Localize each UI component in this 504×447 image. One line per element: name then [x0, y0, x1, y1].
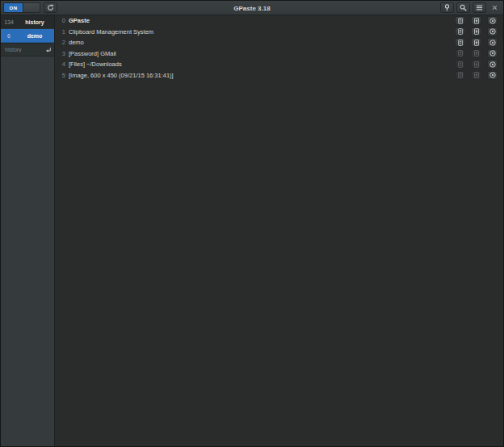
upload-button[interactable] [471, 49, 481, 58]
item-index: 0 [56, 17, 65, 24]
pin-button[interactable] [440, 2, 454, 13]
list-item[interactable]: 1 Clipboard Management System [56, 27, 503, 38]
delete-button[interactable] [487, 27, 498, 36]
history-sidebar: 134 history 6 demo [1, 15, 55, 446]
history-row[interactable]: 134 history [1, 15, 54, 29]
list-item[interactable]: 4 [Files] ~/Downloads [56, 59, 503, 70]
refresh-icon [47, 4, 54, 11]
refresh-button[interactable] [44, 2, 57, 13]
upload-button[interactable] [471, 60, 481, 69]
delete-button[interactable] [487, 71, 498, 80]
list-item[interactable]: 2 demo [56, 37, 503, 48]
item-text: [Files] ~/Downloads [69, 61, 455, 68]
clipboard-item-list: 0 GPaste [56, 15, 503, 446]
upload-button[interactable] [471, 71, 481, 80]
upload-icon [473, 61, 480, 68]
list-item[interactable]: 3 [Password] GMail [56, 48, 503, 60]
item-text: GPaste [69, 17, 455, 24]
history-name: demo [17, 33, 54, 39]
upload-button[interactable] [471, 27, 481, 36]
delete-icon [489, 50, 496, 56]
edit-button[interactable] [455, 60, 465, 69]
edit-icon [457, 61, 464, 68]
delete-icon [489, 61, 496, 68]
delete-icon [489, 28, 496, 35]
item-text: demo [69, 39, 455, 46]
menu-icon [476, 4, 483, 11]
history-count: 6 [1, 33, 17, 39]
history-count: 134 [1, 19, 17, 25]
edit-button[interactable] [455, 71, 465, 80]
close-icon [492, 5, 498, 10]
delete-button[interactable] [487, 60, 498, 69]
menu-button[interactable] [472, 2, 486, 13]
upload-icon [473, 50, 480, 56]
gpaste-window: GPaste 3.18 ON [0, 0, 504, 447]
edit-button[interactable] [455, 38, 465, 47]
item-index: 3 [56, 50, 65, 57]
item-text: [Password] GMail [69, 50, 455, 57]
delete-icon [489, 18, 496, 24]
edit-icon [457, 18, 464, 24]
enter-icon [43, 47, 54, 53]
delete-button[interactable] [487, 49, 498, 58]
upload-icon [473, 28, 480, 35]
delete-icon [489, 72, 496, 78]
close-button[interactable] [489, 2, 500, 13]
history-name: history [17, 19, 54, 25]
history-list: 134 history 6 demo [1, 15, 54, 43]
switch-knob[interactable] [23, 3, 40, 12]
edit-icon [457, 40, 464, 46]
upload-button[interactable] [471, 16, 481, 25]
upload-icon [473, 40, 480, 46]
new-history-input[interactable] [1, 47, 43, 52]
delete-button[interactable] [487, 16, 498, 25]
item-index: 5 [56, 72, 65, 79]
item-index: 1 [56, 28, 65, 36]
search-button[interactable] [456, 2, 470, 13]
pin-icon [443, 4, 451, 11]
gpaste-enabled-switch[interactable]: ON [3, 2, 40, 13]
edit-icon [457, 50, 464, 56]
delete-icon [489, 40, 496, 46]
edit-icon [457, 28, 464, 35]
history-row[interactable]: 6 demo [1, 29, 54, 43]
edit-button[interactable] [455, 16, 465, 25]
item-index: 2 [56, 39, 65, 46]
new-history-entry [1, 43, 54, 56]
item-text: Clipboard Management System [69, 28, 455, 36]
list-item[interactable]: 0 GPaste [56, 15, 503, 27]
upload-icon [473, 72, 480, 78]
item-text: [Image, 600 x 450 (09/21/15 16:31:41)] [69, 72, 455, 79]
window-title: GPaste 3.18 [1, 1, 503, 15]
delete-button[interactable] [487, 38, 498, 47]
list-item[interactable]: 5 [Image, 600 x 450 (09/21/15 16:31:41)] [56, 70, 503, 81]
upload-button[interactable] [471, 38, 481, 47]
edit-button[interactable] [455, 49, 465, 58]
search-icon [460, 4, 467, 11]
item-index: 4 [56, 61, 65, 68]
switch-on-label: ON [4, 3, 23, 12]
upload-icon [473, 18, 480, 24]
edit-icon [457, 72, 464, 78]
edit-button[interactable] [455, 27, 465, 36]
header-bar: GPaste 3.18 ON [1, 1, 503, 15]
